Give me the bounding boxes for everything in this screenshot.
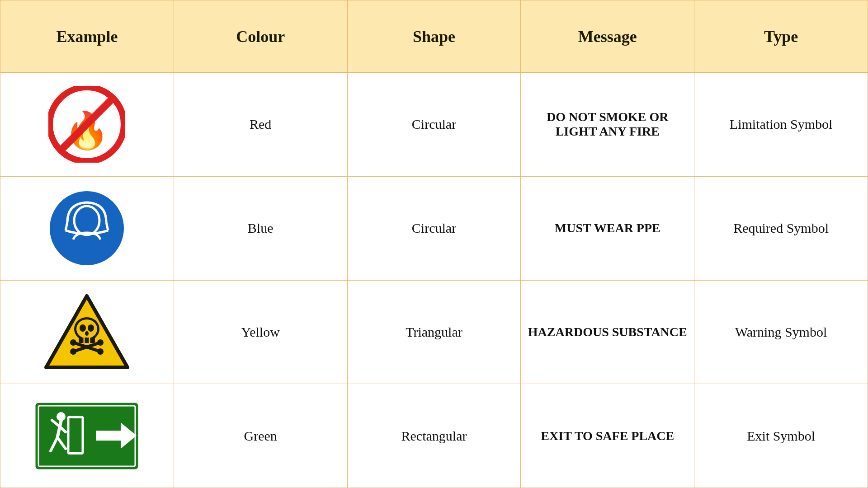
table-row: Yellow Triangular HAZARDOUS SUBSTANCE Wa… [0, 280, 868, 384]
svg-point-12 [85, 331, 89, 336]
shape-circular-2: Circular [347, 176, 521, 280]
svg-rect-13 [79, 338, 95, 343]
type-exit: Exit Symbol [694, 384, 868, 488]
main-container: Example Colour Shape Message Type 🔥 [0, 0, 868, 488]
example-exit [0, 384, 174, 488]
table-row: Blue Circular MUST WEAR PPE Required Sym… [0, 176, 868, 280]
table-header-row: Example Colour Shape Message Type [0, 0, 868, 73]
message-exit: EXIT TO SAFE PLACE [521, 384, 694, 488]
no-fire-icon: 🔥 [48, 86, 125, 163]
svg-point-10 [80, 324, 86, 332]
colour-blue: Blue [174, 176, 347, 280]
svg-point-19 [97, 339, 104, 346]
header-message: Message [521, 0, 694, 73]
colour-yellow: Yellow [174, 280, 347, 384]
message-hazard: HAZARDOUS SUBSTANCE [521, 280, 694, 384]
header-shape: Shape [347, 0, 521, 73]
example-hazard [0, 280, 174, 384]
svg-point-11 [88, 324, 94, 332]
shape-rectangular: Rectangular [347, 384, 521, 488]
svg-point-21 [70, 339, 76, 346]
safety-symbols-table: Example Colour Shape Message Type 🔥 [0, 0, 868, 488]
svg-rect-32 [96, 431, 123, 441]
shape-triangular: Triangular [347, 280, 521, 384]
type-limitation: Limitation Symbol [694, 73, 868, 177]
table-row: Green Rectangular EXIT TO SAFE PLACE Exi… [0, 384, 868, 488]
header-type: Type [694, 0, 868, 73]
shape-circular-1: Circular [347, 73, 521, 177]
svg-point-18 [70, 348, 76, 355]
example-ppe [0, 176, 174, 280]
header-colour: Colour [174, 0, 347, 73]
exit-icon [35, 402, 139, 470]
example-no-fire: 🔥 [0, 73, 174, 177]
message-ppe: MUST WEAR PPE [521, 176, 694, 280]
svg-text:🔥: 🔥 [64, 109, 109, 152]
table-row: 🔥 Red Circular DO NOT SMOKE OR LIGHT ANY… [0, 73, 868, 177]
colour-green: Green [174, 384, 347, 488]
type-required: Required Symbol [694, 176, 868, 280]
colour-red: Red [174, 73, 347, 177]
type-warning: Warning Symbol [694, 280, 868, 384]
svg-point-20 [97, 348, 104, 355]
message-no-fire: DO NOT SMOKE OR LIGHT ANY FIRE [521, 73, 694, 177]
hazard-icon [44, 294, 130, 371]
ppe-icon [48, 190, 125, 267]
header-example: Example [0, 0, 174, 73]
